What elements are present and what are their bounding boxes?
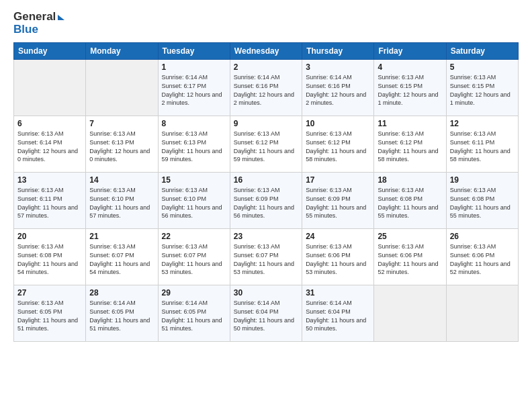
week-row-4: 20Sunrise: 6:13 AM Sunset: 6:08 PM Dayli… [14,229,519,285]
calendar-cell: 30Sunrise: 6:14 AM Sunset: 6:04 PM Dayli… [230,285,302,342]
day-number: 26 [450,232,515,241]
day-info: Sunrise: 6:14 AM Sunset: 6:04 PM Dayligh… [306,299,370,332]
day-number: 14 [89,175,154,185]
day-info: Sunrise: 6:13 AM Sunset: 6:08 PM Dayligh… [17,242,82,276]
calendar-cell: 21Sunrise: 6:13 AM Sunset: 6:07 PM Dayli… [86,229,158,285]
day-info: Sunrise: 6:13 AM Sunset: 6:09 PM Dayligh… [234,186,298,220]
calendar-cell: 17Sunrise: 6:13 AM Sunset: 6:09 PM Dayli… [302,173,374,229]
weekday-header-row: SundayMondayTuesdayWednesdayThursdayFrid… [14,43,519,60]
day-number: 11 [378,119,442,128]
day-number: 9 [234,119,298,128]
day-info: Sunrise: 6:13 AM Sunset: 6:08 PM Dayligh… [450,186,515,220]
day-info: Sunrise: 6:14 AM Sunset: 6:04 PM Dayligh… [234,299,298,332]
calendar-cell: 19Sunrise: 6:13 AM Sunset: 6:08 PM Dayli… [446,173,518,229]
day-number: 25 [378,232,442,241]
day-info: Sunrise: 6:13 AM Sunset: 6:12 PM Dayligh… [234,130,298,163]
calendar-cell: 20Sunrise: 6:13 AM Sunset: 6:08 PM Dayli… [14,229,86,285]
day-number: 10 [306,119,370,128]
calendar-cell: 26Sunrise: 6:13 AM Sunset: 6:06 PM Dayli… [446,229,518,285]
day-number: 21 [89,232,154,241]
day-info: Sunrise: 6:13 AM Sunset: 6:12 PM Dayligh… [378,130,442,163]
day-number: 18 [378,175,442,185]
day-info: Sunrise: 6:13 AM Sunset: 6:13 PM Dayligh… [162,130,226,163]
week-row-2: 6Sunrise: 6:13 AM Sunset: 6:14 PM Daylig… [14,116,519,173]
day-info: Sunrise: 6:13 AM Sunset: 6:15 PM Dayligh… [450,73,515,107]
calendar-cell: 29Sunrise: 6:14 AM Sunset: 6:05 PM Dayli… [158,285,230,342]
day-number: 31 [306,288,370,298]
calendar-cell: 11Sunrise: 6:13 AM Sunset: 6:12 PM Dayli… [374,116,446,173]
logo-blue-text: Blue [13,24,64,36]
day-info: Sunrise: 6:13 AM Sunset: 6:10 PM Dayligh… [89,186,154,220]
day-info: Sunrise: 6:13 AM Sunset: 6:14 PM Dayligh… [17,130,82,163]
logo-general-text: General [13,11,64,24]
calendar-cell [446,285,518,342]
day-number: 30 [234,288,298,298]
day-number: 6 [17,119,82,128]
week-row-5: 27Sunrise: 6:13 AM Sunset: 6:05 PM Dayli… [14,285,519,342]
calendar-cell: 16Sunrise: 6:13 AM Sunset: 6:09 PM Dayli… [230,173,302,229]
calendar-cell: 4Sunrise: 6:13 AM Sunset: 6:15 PM Daylig… [374,60,446,116]
calendar-cell [374,285,446,342]
day-info: Sunrise: 6:13 AM Sunset: 6:11 PM Dayligh… [450,130,515,163]
calendar-cell: 24Sunrise: 6:13 AM Sunset: 6:06 PM Dayli… [302,229,374,285]
calendar-cell: 9Sunrise: 6:13 AM Sunset: 6:12 PM Daylig… [230,116,302,173]
day-number: 29 [162,288,226,298]
week-row-3: 13Sunrise: 6:13 AM Sunset: 6:11 PM Dayli… [14,173,519,229]
calendar-cell: 13Sunrise: 6:13 AM Sunset: 6:11 PM Dayli… [14,173,86,229]
day-info: Sunrise: 6:13 AM Sunset: 6:15 PM Dayligh… [378,73,442,107]
calendar-cell: 25Sunrise: 6:13 AM Sunset: 6:06 PM Dayli… [374,229,446,285]
page: General Blue SundayMondayTuesdayWednesda… [0,0,532,411]
calendar-cell: 22Sunrise: 6:13 AM Sunset: 6:07 PM Dayli… [158,229,230,285]
day-number: 4 [378,62,442,72]
day-number: 15 [162,175,226,185]
day-number: 7 [89,119,154,128]
header: General Blue [13,11,519,36]
day-number: 23 [234,232,298,241]
day-number: 1 [162,62,226,72]
calendar-cell: 5Sunrise: 6:13 AM Sunset: 6:15 PM Daylig… [446,60,518,116]
day-info: Sunrise: 6:13 AM Sunset: 6:13 PM Dayligh… [89,130,154,163]
day-info: Sunrise: 6:14 AM Sunset: 6:16 PM Dayligh… [234,73,298,107]
weekday-header-wednesday: Wednesday [230,43,302,60]
weekday-header-sunday: Sunday [14,43,86,60]
day-info: Sunrise: 6:14 AM Sunset: 6:16 PM Dayligh… [306,73,370,107]
day-number: 22 [162,232,226,241]
logo: General Blue [13,11,64,36]
calendar-cell: 23Sunrise: 6:13 AM Sunset: 6:07 PM Dayli… [230,229,302,285]
day-info: Sunrise: 6:13 AM Sunset: 6:08 PM Dayligh… [378,186,442,220]
day-info: Sunrise: 6:13 AM Sunset: 6:09 PM Dayligh… [306,186,370,220]
day-number: 13 [17,175,82,185]
day-info: Sunrise: 6:13 AM Sunset: 6:05 PM Dayligh… [17,299,82,332]
weekday-header-thursday: Thursday [302,43,374,60]
calendar-cell: 14Sunrise: 6:13 AM Sunset: 6:10 PM Dayli… [86,173,158,229]
day-number: 2 [234,62,298,72]
calendar-cell [14,60,86,116]
calendar-cell: 1Sunrise: 6:14 AM Sunset: 6:17 PM Daylig… [158,60,230,116]
weekday-header-tuesday: Tuesday [158,43,230,60]
calendar: SundayMondayTuesdayWednesdayThursdayFrid… [13,42,519,342]
week-row-1: 1Sunrise: 6:14 AM Sunset: 6:17 PM Daylig… [14,60,519,116]
day-info: Sunrise: 6:13 AM Sunset: 6:07 PM Dayligh… [162,242,226,276]
calendar-cell: 8Sunrise: 6:13 AM Sunset: 6:13 PM Daylig… [158,116,230,173]
calendar-cell: 7Sunrise: 6:13 AM Sunset: 6:13 PM Daylig… [86,116,158,173]
day-info: Sunrise: 6:13 AM Sunset: 6:06 PM Dayligh… [378,242,442,276]
calendar-cell: 15Sunrise: 6:13 AM Sunset: 6:10 PM Dayli… [158,173,230,229]
day-number: 8 [162,119,226,128]
day-info: Sunrise: 6:13 AM Sunset: 6:12 PM Dayligh… [306,130,370,163]
day-number: 24 [306,232,370,241]
weekday-header-saturday: Saturday [446,43,518,60]
calendar-cell: 28Sunrise: 6:14 AM Sunset: 6:05 PM Dayli… [86,285,158,342]
calendar-cell: 12Sunrise: 6:13 AM Sunset: 6:11 PM Dayli… [446,116,518,173]
day-info: Sunrise: 6:14 AM Sunset: 6:05 PM Dayligh… [89,299,154,332]
calendar-cell: 3Sunrise: 6:14 AM Sunset: 6:16 PM Daylig… [302,60,374,116]
calendar-cell: 10Sunrise: 6:13 AM Sunset: 6:12 PM Dayli… [302,116,374,173]
day-number: 17 [306,175,370,185]
day-info: Sunrise: 6:13 AM Sunset: 6:10 PM Dayligh… [162,186,226,220]
day-info: Sunrise: 6:13 AM Sunset: 6:11 PM Dayligh… [17,186,82,220]
day-number: 27 [17,288,82,298]
day-number: 5 [450,62,515,72]
calendar-cell: 27Sunrise: 6:13 AM Sunset: 6:05 PM Dayli… [14,285,86,342]
weekday-header-monday: Monday [86,43,158,60]
day-number: 3 [306,62,370,72]
day-info: Sunrise: 6:14 AM Sunset: 6:17 PM Dayligh… [162,73,226,107]
